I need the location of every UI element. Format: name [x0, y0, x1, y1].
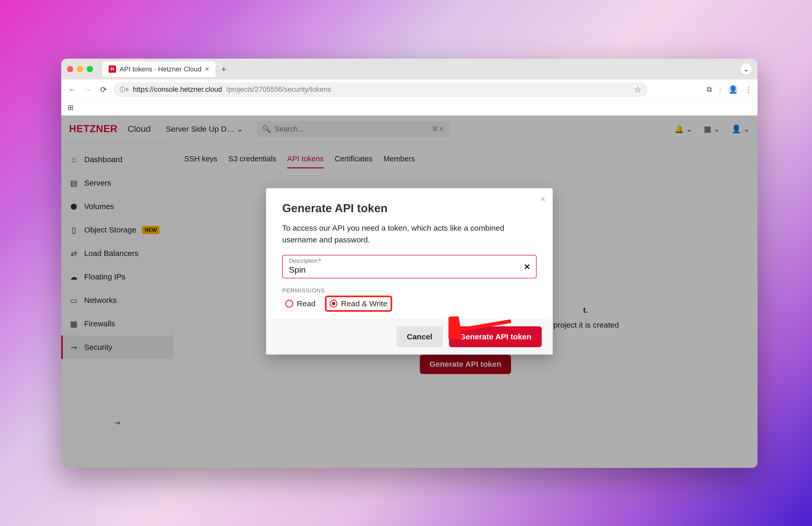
window-minimize-icon[interactable]	[77, 66, 83, 72]
required-asterisk: *	[319, 257, 321, 264]
modal-title: Generate API token	[282, 202, 537, 215]
network-icon: ▭	[69, 296, 78, 305]
apps-grid-icon[interactable]: ▦ ⌄	[704, 124, 720, 133]
permission-read-radio[interactable]: Read	[282, 297, 319, 310]
site-info-icon[interactable]: ⓘ≡	[120, 86, 129, 94]
field-label: Description*	[289, 257, 321, 264]
sidebar-item-label: Load Balancers	[84, 249, 139, 258]
sidebar-collapse-button[interactable]: ⇥	[61, 419, 173, 427]
profile-avatar-icon[interactable]: 👤	[728, 85, 738, 94]
tab-close-icon[interactable]: ×	[205, 65, 209, 73]
volumes-icon: ⬢	[69, 202, 78, 211]
nav-forward-button[interactable]: →	[82, 84, 93, 95]
sidebar-item-load-balancers[interactable]: ⇄Load Balancers	[61, 242, 173, 265]
bookmarks-bar: ⊞	[61, 100, 757, 115]
sidebar-item-label: Networks	[84, 296, 117, 305]
sidebar-item-object-storage[interactable]: ▯Object StorageNEW	[61, 218, 173, 242]
generate-token-button-bg[interactable]: Generate API token	[420, 355, 511, 374]
sidebar-item-volumes[interactable]: ⬢Volumes	[61, 195, 173, 218]
browser-menu-icon[interactable]: ⋮	[745, 85, 752, 94]
browser-toolbar: ← → ⟳ ⓘ≡ https://console.hetzner.cloud/p…	[61, 80, 757, 100]
new-tab-button[interactable]: +	[218, 63, 230, 75]
sidebar-item-security[interactable]: ⊸Security	[61, 336, 173, 359]
key-icon: ⊸	[69, 343, 78, 352]
desktop-background: H API tokens · Hetzner Cloud × + ⌄ ← → ⟳…	[0, 0, 812, 526]
clear-input-icon[interactable]: ✕	[524, 262, 530, 271]
tab-label: Certificates	[335, 155, 372, 163]
search-placeholder: Search...	[275, 125, 304, 133]
generate-api-token-modal: × Generate API token To access our API y…	[266, 188, 553, 355]
extensions-icon[interactable]: ⧉	[707, 85, 712, 94]
servers-icon: ▤	[69, 179, 78, 188]
tab-label: Members	[383, 155, 415, 163]
search-icon: 🔍	[262, 125, 271, 133]
tab-certificates[interactable]: Certificates	[335, 151, 372, 168]
brand-logo[interactable]: HETZNER	[69, 123, 117, 134]
bucket-icon: ▯	[69, 226, 78, 234]
tab-members[interactable]: Members	[383, 151, 415, 168]
field-label-text: Description	[289, 257, 318, 264]
description-field[interactable]: Description* ✕	[282, 255, 537, 279]
sidebar-item-label: Volumes	[84, 202, 114, 211]
cancel-button[interactable]: Cancel	[396, 326, 443, 347]
browser-tab-title: API tokens · Hetzner Cloud	[120, 65, 201, 73]
browser-tab-strip: H API tokens · Hetzner Cloud × + ⌄	[61, 59, 757, 80]
nav-reload-button[interactable]: ⟳	[98, 84, 109, 95]
project-selector-label: Server Side Up D…	[166, 125, 234, 133]
browser-tab[interactable]: H API tokens · Hetzner Cloud ×	[102, 61, 216, 77]
sidebar-item-floating-ips[interactable]: ☁Floating IPs	[61, 265, 173, 288]
radio-label: Read	[297, 299, 316, 308]
window-controls[interactable]	[67, 66, 93, 72]
global-search[interactable]: 🔍 Search... ⌘ K	[257, 121, 450, 137]
address-bar[interactable]: ⓘ≡ https://console.hetzner.cloud/project…	[113, 82, 648, 97]
modal-description: To access our API you need a token, whic…	[282, 222, 537, 245]
app-root: HETZNER Cloud Server Side Up D… ⌄ 🔍 Sear…	[61, 115, 757, 468]
radio-checked-icon	[330, 300, 337, 308]
url-path: /projects/2705556/security/tokens	[226, 85, 331, 94]
button-label: Generate API token	[460, 332, 531, 341]
permissions-heading: PERMISSIONS	[282, 287, 537, 294]
chevron-down-icon: ⌄	[237, 124, 243, 133]
apps-grid-icon[interactable]: ⊞	[68, 103, 73, 112]
browser-window: H API tokens · Hetzner Cloud × + ⌄ ← → ⟳…	[61, 59, 757, 468]
sidebar-item-label: Firewalls	[84, 319, 115, 328]
new-badge: NEW	[142, 226, 159, 234]
sidebar-item-label: Security	[84, 343, 112, 352]
window-zoom-icon[interactable]	[87, 66, 93, 72]
radio-label: Read & Write	[341, 299, 388, 308]
sidebar-item-firewalls[interactable]: ▦Firewalls	[61, 312, 173, 336]
sidebar-item-label: Servers	[84, 179, 111, 187]
tab-label: S3 credentials	[228, 155, 276, 163]
account-menu-icon[interactable]: 👤 ⌄	[731, 124, 750, 133]
sidebar-item-dashboard[interactable]: ⌂Dashboard	[61, 148, 173, 171]
tab-s3-credentials[interactable]: S3 credentials	[228, 151, 276, 168]
cloud-icon: ☁	[69, 272, 78, 282]
notifications-icon[interactable]: 🔔 ⌄	[674, 124, 692, 133]
tab-ssh-keys[interactable]: SSH keys	[184, 151, 217, 168]
favicon-icon: H	[109, 66, 116, 73]
bookmark-star-icon[interactable]: ☆	[634, 85, 641, 94]
modal-close-button[interactable]: ×	[540, 194, 546, 204]
button-label: Generate API token	[430, 358, 502, 370]
description-input[interactable]	[289, 265, 530, 275]
sidebar-item-label: Object Storage	[84, 226, 136, 234]
project-selector[interactable]: Server Side Up D… ⌄	[166, 124, 243, 133]
permission-read-write-radio[interactable]: Read & Write	[327, 297, 391, 310]
tab-label: API tokens	[287, 155, 324, 163]
sidebar-item-label: Floating IPs	[84, 272, 125, 281]
nav-back-button[interactable]: ←	[67, 84, 78, 95]
sidebar-item-servers[interactable]: ▤Servers	[61, 171, 173, 195]
load-balancer-icon: ⇄	[69, 249, 78, 258]
modal-footer: Cancel Generate API token	[266, 319, 553, 355]
divider: |	[719, 85, 721, 94]
security-subtabs: SSH keys S3 credentials API tokens Certi…	[184, 151, 746, 169]
home-icon: ⌂	[69, 155, 78, 164]
tab-api-tokens[interactable]: API tokens	[287, 151, 324, 168]
tab-overflow-button[interactable]: ⌄	[740, 63, 752, 75]
window-close-icon[interactable]	[67, 66, 73, 72]
permissions-radio-group: Read Read & Write	[282, 297, 537, 310]
tab-label: SSH keys	[184, 155, 217, 163]
sidebar-item-networks[interactable]: ▭Networks	[61, 288, 173, 312]
sidebar: ⌂Dashboard ▤Servers ⬢Volumes ▯Object Sto…	[61, 143, 173, 468]
generate-api-token-button[interactable]: Generate API token	[449, 326, 542, 347]
